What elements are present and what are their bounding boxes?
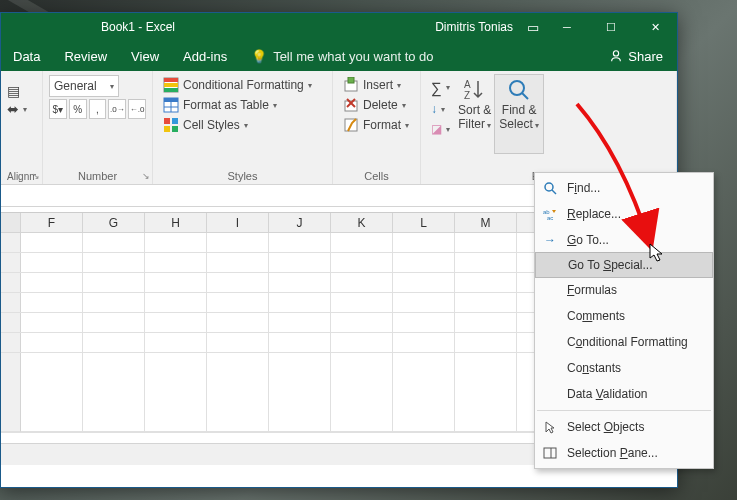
svg-line-24	[552, 190, 556, 194]
svg-point-0	[614, 51, 619, 56]
menu-select-objects[interactable]: Select Objects	[535, 414, 713, 440]
find-select-menu: Find... abac Replace... → Go To... Go To…	[534, 172, 714, 469]
svg-rect-10	[172, 118, 178, 124]
percent-icon[interactable]: %	[69, 99, 87, 119]
eraser-icon: ◪	[431, 122, 442, 136]
svg-rect-9	[164, 118, 170, 124]
menu-goto[interactable]: → Go To...	[535, 227, 713, 253]
insert-label: Insert	[363, 78, 393, 92]
conditional-formatting-button[interactable]: Conditional Formatting▾	[159, 75, 326, 95]
group-editing: ∑▾ ↓▾ ◪▾ AZ Sort & Filter ▾ Find & Selec…	[421, 71, 677, 184]
cf-icon	[163, 77, 179, 93]
group-styles: Conditional Formatting▾ Format as Table▾…	[153, 71, 333, 184]
fill-button[interactable]: ↓▾	[427, 100, 454, 118]
fill-icon: ↓	[431, 102, 437, 116]
select-all-corner[interactable]	[1, 213, 21, 232]
increase-decimal-icon[interactable]: .0→	[108, 99, 126, 119]
cellstyles-icon	[163, 117, 179, 133]
col-K[interactable]: K	[331, 213, 393, 232]
col-G[interactable]: G	[83, 213, 145, 232]
group-cells: Insert▾ Delete▾ Format▾ Cells	[333, 71, 421, 184]
col-I[interactable]: I	[207, 213, 269, 232]
cell-styles-button[interactable]: Cell Styles▾	[159, 115, 326, 135]
ribbon-options-icon[interactable]: ▭	[521, 20, 545, 35]
user-name: Dimitris Tonias	[435, 20, 521, 34]
find-select-button[interactable]: Find & Select ▾	[495, 75, 543, 153]
number-format-combo[interactable]: General▾	[49, 75, 119, 97]
format-icon	[343, 117, 359, 133]
goto-icon: →	[541, 233, 559, 247]
group-label-styles: Styles	[159, 167, 326, 184]
group-alignment: ▤ ⬌▾ Alignment ↘	[1, 71, 43, 184]
sort-label-1: Sort &	[458, 103, 491, 117]
menu-data-validation[interactable]: Data Validation	[535, 381, 713, 407]
cellstyles-label: Cell Styles	[183, 118, 240, 132]
svg-point-21	[510, 81, 524, 95]
clear-button[interactable]: ◪▾	[427, 120, 454, 138]
bulb-icon: 💡	[251, 49, 267, 64]
app-title: Book1 - Excel	[1, 20, 175, 34]
tab-review[interactable]: Review	[52, 41, 119, 71]
table-label: Format as Table	[183, 98, 269, 112]
close-button[interactable]: ✕	[633, 13, 677, 41]
svg-rect-12	[172, 126, 178, 132]
find-icon	[541, 181, 559, 195]
tab-view[interactable]: View	[119, 41, 171, 71]
col-F[interactable]: F	[21, 213, 83, 232]
sort-icon: AZ	[462, 77, 488, 103]
format-label: Format	[363, 118, 401, 132]
menu-find[interactable]: Find...	[535, 175, 713, 201]
format-button[interactable]: Format▾	[339, 115, 414, 135]
table-icon	[163, 97, 179, 113]
share-button[interactable]: Share	[609, 49, 677, 64]
col-H[interactable]: H	[145, 213, 207, 232]
insert-button[interactable]: Insert▾	[339, 75, 414, 95]
tell-me[interactable]: 💡 Tell me what you want to do	[239, 41, 445, 71]
group-label-cells: Cells	[339, 167, 414, 184]
menu-replace[interactable]: abac Replace...	[535, 201, 713, 227]
alignment-launcher-icon[interactable]: ↘	[32, 171, 40, 181]
menu-conditional-formatting[interactable]: Conditional Formatting	[535, 329, 713, 355]
delete-button[interactable]: Delete▾	[339, 95, 414, 115]
ribbon: ▤ ⬌▾ Alignment ↘ General▾ $▾ % , .0→ ←.0…	[1, 71, 677, 185]
wrap-text-icon[interactable]: ▤	[7, 83, 20, 99]
number-launcher-icon[interactable]: ↘	[142, 171, 150, 181]
merge-icon[interactable]: ⬌	[7, 101, 19, 117]
find-label-1: Find &	[502, 103, 537, 117]
maximize-button[interactable]: ☐	[589, 13, 633, 41]
col-J[interactable]: J	[269, 213, 331, 232]
menu-selection-pane[interactable]: Selection Pane...	[535, 440, 713, 466]
svg-rect-11	[164, 126, 170, 132]
svg-text:ac: ac	[547, 215, 553, 221]
svg-text:Z: Z	[464, 90, 470, 101]
col-M[interactable]: M	[455, 213, 517, 232]
svg-rect-3	[164, 83, 178, 87]
delete-label: Delete	[363, 98, 398, 112]
pane-icon	[541, 446, 559, 460]
currency-icon[interactable]: $▾	[49, 99, 67, 119]
col-L[interactable]: L	[393, 213, 455, 232]
tab-addins[interactable]: Add-ins	[171, 41, 239, 71]
minimize-button[interactable]: ─	[545, 13, 589, 41]
svg-text:A: A	[464, 79, 471, 90]
tab-data[interactable]: Data	[1, 41, 52, 71]
decrease-decimal-icon[interactable]: ←.0	[128, 99, 146, 119]
menu-constants[interactable]: Constants	[535, 355, 713, 381]
number-format-value: General	[54, 79, 97, 93]
format-as-table-button[interactable]: Format as Table▾	[159, 95, 326, 115]
insert-icon	[343, 77, 359, 93]
sort-filter-button[interactable]: AZ Sort & Filter ▾	[454, 75, 495, 153]
svg-line-22	[522, 93, 528, 99]
title-bar: Book1 - Excel Dimitris Tonias ▭ ─ ☐ ✕	[1, 13, 677, 41]
group-label-number: Number	[49, 167, 146, 184]
menu-goto-special[interactable]: Go To Special...	[535, 252, 713, 278]
autosum-button[interactable]: ∑▾	[427, 77, 454, 98]
svg-rect-14	[348, 77, 354, 83]
menu-formulas[interactable]: Formulas	[535, 277, 713, 303]
menu-comments[interactable]: Comments	[535, 303, 713, 329]
svg-rect-4	[164, 88, 178, 92]
comma-icon[interactable]: ,	[89, 99, 107, 119]
pointer-icon	[541, 420, 559, 434]
sum-icon: ∑	[431, 79, 442, 96]
share-label: Share	[628, 49, 663, 64]
